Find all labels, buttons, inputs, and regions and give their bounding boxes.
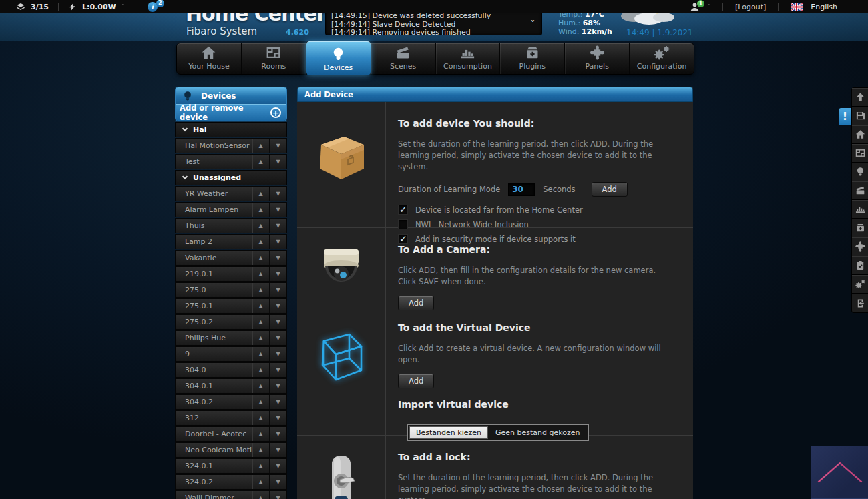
move-up-button[interactable]: ▲ xyxy=(252,331,269,345)
user-dropdown-chevron-icon[interactable]: ˅ xyxy=(707,4,711,10)
move-up-button[interactable]: ▲ xyxy=(252,379,269,393)
device-row-324-0-1[interactable]: 324.0.1▲▼ xyxy=(175,458,287,474)
rail-button-house[interactable] xyxy=(852,125,868,144)
device-row-9[interactable]: 9▲▼ xyxy=(175,346,287,362)
move-down-button[interactable]: ▼ xyxy=(269,219,286,233)
move-down-button[interactable]: ▼ xyxy=(269,475,286,489)
rail-button-consumption[interactable] xyxy=(852,200,868,219)
device-row-doorbel-aeotec[interactable]: Doorbel - Aeotec▲▼ xyxy=(175,426,287,442)
tab-devices[interactable]: Devices xyxy=(306,41,371,75)
device-group-unassigned[interactable]: Unassigned xyxy=(175,170,287,185)
move-down-button[interactable]: ▼ xyxy=(269,299,286,313)
move-down-button[interactable]: ▼ xyxy=(269,411,286,425)
move-down-button[interactable]: ▼ xyxy=(269,155,286,169)
move-down-button[interactable]: ▼ xyxy=(269,395,286,409)
tab-your-house[interactable]: Your House xyxy=(177,43,241,74)
device-row-219-0-1[interactable]: 219.0.1▲▼ xyxy=(175,266,287,282)
move-down-button[interactable]: ▼ xyxy=(269,443,286,457)
add-device-button[interactable]: Add xyxy=(592,182,628,197)
rail-button-rooms[interactable] xyxy=(852,144,868,163)
move-up-button[interactable]: ▲ xyxy=(252,251,269,265)
move-up-button[interactable]: ▲ xyxy=(252,459,269,473)
logout-link[interactable]: [Logout] xyxy=(735,3,766,11)
move-up-button[interactable]: ▲ xyxy=(252,283,269,297)
duration-input[interactable] xyxy=(508,183,535,196)
add-or-remove-device-button[interactable]: Add or remove device + xyxy=(176,104,286,121)
move-up-button[interactable]: ▲ xyxy=(252,347,269,361)
move-up-button[interactable]: ▲ xyxy=(252,155,269,169)
device-group-hal[interactable]: Hal xyxy=(175,122,287,137)
device-row-304-0-1[interactable]: 304.0.1▲▼ xyxy=(175,378,287,394)
move-down-button[interactable]: ▼ xyxy=(269,491,286,499)
move-down-button[interactable]: ▼ xyxy=(269,283,286,297)
rail-button-devices[interactable] xyxy=(852,163,868,181)
user-menu[interactable]: 1 xyxy=(690,2,700,12)
info-icon[interactable]: i 2 xyxy=(148,2,158,12)
device-row-philips-hue[interactable]: Philips Hue▲▼ xyxy=(175,330,287,346)
move-down-button[interactable]: ▼ xyxy=(269,251,286,265)
rail-button-scenes[interactable] xyxy=(852,181,868,200)
language-label[interactable]: English xyxy=(811,3,837,11)
move-down-button[interactable]: ▼ xyxy=(269,235,286,249)
tab-plugins[interactable]: Plugins xyxy=(499,43,564,74)
power-dropdown-chevron-icon[interactable]: ˅ xyxy=(121,4,125,10)
move-up-button[interactable]: ▲ xyxy=(252,267,269,281)
rail-button-scroll-top[interactable] xyxy=(852,88,868,107)
device-row-thuis[interactable]: Thuis▲▼ xyxy=(175,218,287,233)
move-up-button[interactable]: ▲ xyxy=(252,411,269,425)
device-row-yr-weather[interactable]: YR Weather▲▼ xyxy=(175,186,287,201)
move-up-button[interactable]: ▲ xyxy=(252,475,269,489)
move-up-button[interactable]: ▲ xyxy=(252,187,269,201)
notification-log[interactable]: [14:49:15] Device was deleted successful… xyxy=(325,11,542,35)
move-down-button[interactable]: ▼ xyxy=(269,315,286,329)
tab-panels[interactable]: Panels xyxy=(564,43,629,74)
move-up-button[interactable]: ▲ xyxy=(252,491,269,499)
move-down-button[interactable]: ▼ xyxy=(269,347,286,361)
device-row-lamp-2[interactable]: Lamp 2▲▼ xyxy=(175,234,287,250)
move-up-button[interactable]: ▲ xyxy=(252,363,269,377)
rail-button-save[interactable] xyxy=(852,107,868,125)
device-row-275-0[interactable]: 275.0▲▼ xyxy=(175,282,287,298)
rail-button-device-config[interactable] xyxy=(852,256,868,275)
move-down-button[interactable]: ▼ xyxy=(269,203,286,217)
device-row-alarm-lampen[interactable]: Alarm Lampen▲▼ xyxy=(175,202,287,217)
rail-button-settings[interactable] xyxy=(852,275,868,294)
move-down-button[interactable]: ▼ xyxy=(269,427,286,441)
device-row-neo-coolcam-motion[interactable]: Neo Coolcam Motion▲▼ xyxy=(175,442,287,458)
rail-button-exit[interactable] xyxy=(852,294,868,312)
notification-expand-chevron-icon[interactable]: ˅ xyxy=(527,18,539,28)
move-up-button[interactable]: ▲ xyxy=(252,203,269,217)
device-row-275-0-1[interactable]: 275.0.1▲▼ xyxy=(175,298,287,314)
device-row-304-0-2[interactable]: 304.0.2▲▼ xyxy=(175,394,287,410)
device-row-275-0-2[interactable]: 275.0.2▲▼ xyxy=(175,314,287,330)
device-row-304-0[interactable]: 304.0▲▼ xyxy=(175,362,287,378)
move-up-button[interactable]: ▲ xyxy=(252,395,269,409)
device-row-hal-motionsensor[interactable]: Hal MotionSensor▲▼ xyxy=(175,138,287,153)
move-down-button[interactable]: ▼ xyxy=(269,363,286,377)
checkbox[interactable] xyxy=(398,234,408,244)
move-up-button[interactable]: ▲ xyxy=(252,315,269,329)
move-up-button[interactable]: ▲ xyxy=(252,139,269,153)
device-row-test[interactable]: Test▲▼ xyxy=(175,154,287,169)
rail-button-panels[interactable] xyxy=(852,237,868,256)
move-down-button[interactable]: ▼ xyxy=(269,331,286,345)
device-row-vakantie[interactable]: Vakantie▲▼ xyxy=(175,250,287,266)
device-row-312[interactable]: 312▲▼ xyxy=(175,410,287,426)
checkbox[interactable] xyxy=(398,205,408,215)
move-up-button[interactable]: ▲ xyxy=(252,219,269,233)
move-up-button[interactable]: ▲ xyxy=(252,443,269,457)
rail-button-plugins[interactable] xyxy=(852,219,868,237)
move-down-button[interactable]: ▼ xyxy=(269,139,286,153)
move-up-button[interactable]: ▲ xyxy=(252,427,269,441)
move-up-button[interactable]: ▲ xyxy=(252,299,269,313)
tab-consumption[interactable]: Consumption xyxy=(435,43,500,74)
add-virtual-device-button[interactable]: Add xyxy=(398,374,434,388)
move-up-button[interactable]: ▲ xyxy=(252,235,269,249)
alert-badge[interactable]: ! xyxy=(839,108,851,125)
device-row-walli-dimmer[interactable]: Walli Dimmer▲▼ xyxy=(175,490,287,499)
tab-configuration[interactable]: Configuration xyxy=(629,43,694,74)
move-down-button[interactable]: ▼ xyxy=(269,187,286,201)
move-down-button[interactable]: ▼ xyxy=(269,267,286,281)
checkbox[interactable] xyxy=(398,219,408,229)
move-down-button[interactable]: ▼ xyxy=(269,459,286,473)
